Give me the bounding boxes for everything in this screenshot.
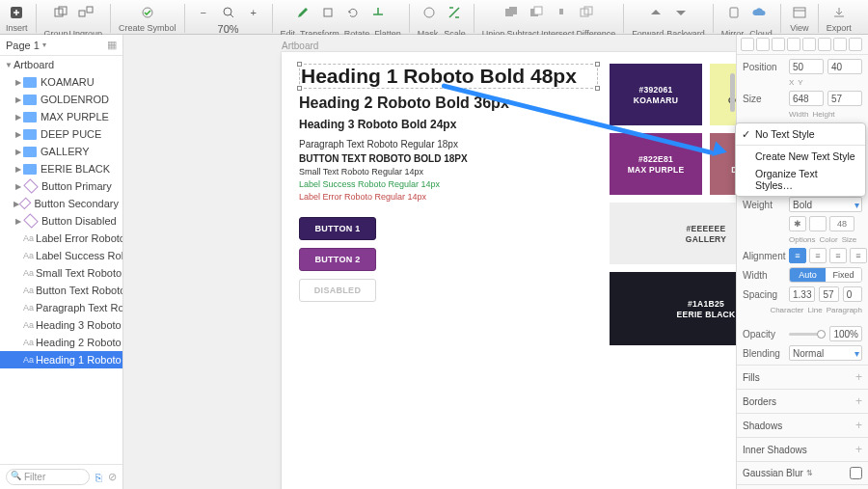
layer-item[interactable]: GOLDENROD: [0, 91, 122, 108]
union-button[interactable]: [501, 3, 522, 22]
swatch[interactable]: #822E81MAX PURPLE: [610, 133, 702, 195]
char-spacing-field[interactable]: 1.33: [789, 286, 815, 302]
ungroup-button[interactable]: [75, 3, 96, 22]
zoom-icon[interactable]: [218, 3, 239, 22]
layer-text-item[interactable]: AaButton Text Roboto…: [0, 282, 122, 299]
cloud-button[interactable]: [748, 3, 770, 22]
width-auto[interactable]: Auto: [790, 268, 826, 282]
layer-item[interactable]: Button Secondary: [0, 195, 122, 212]
layer-text-item[interactable]: AaParagraph Text Ro…: [0, 299, 122, 316]
canvas[interactable]: Artboard Heading 1 Roboto Bold 48px Head…: [123, 35, 737, 489]
layer-text-item[interactable]: AaLabel Error Roboto R: [0, 230, 122, 247]
opacity-field[interactable]: 100%: [829, 326, 862, 341]
filter-lock-icon[interactable]: ⊘: [108, 471, 117, 483]
export-button[interactable]: [828, 3, 850, 22]
layer-item[interactable]: Button Disabled: [0, 212, 122, 230]
button-primary[interactable]: BUTTON 1: [299, 217, 376, 240]
group-button[interactable]: [50, 3, 71, 22]
text-align-left[interactable]: ≡: [789, 248, 806, 263]
layer-text-item[interactable]: AaHeading 1 Roboto…: [0, 351, 122, 368]
insert-button[interactable]: [6, 3, 27, 22]
button-disabled[interactable]: DISABLED: [299, 279, 376, 302]
width-field[interactable]: 648: [789, 91, 824, 106]
intersect-button[interactable]: [551, 3, 572, 22]
layer-text-item[interactable]: AaLabel Success Rob…: [0, 247, 122, 264]
fills-section[interactable]: Fills+: [737, 365, 868, 389]
heading-2[interactable]: Heading 2 Roboto Bold 36px: [299, 95, 598, 112]
forward-button[interactable]: [645, 3, 666, 22]
pages-grid-icon[interactable]: ▦: [107, 39, 117, 51]
filter-toggle-icon[interactable]: ⎘: [95, 472, 102, 483]
difference-button[interactable]: [576, 3, 597, 22]
layer-item[interactable]: KOAMARU: [0, 73, 122, 91]
text-align-right[interactable]: ≡: [829, 248, 847, 263]
scrollbar-thumb[interactable]: [730, 73, 735, 112]
layer-item[interactable]: GALLERY: [0, 143, 122, 160]
layer-item[interactable]: EERIE BLACK: [0, 160, 122, 177]
label-error[interactable]: Label Error Roboto Regular 14px: [299, 192, 598, 202]
shadows-section[interactable]: Shadows+: [737, 413, 868, 437]
gaussian-blur-section[interactable]: Gaussian Blur⇅: [737, 461, 868, 484]
pos-y-field[interactable]: 40: [827, 59, 862, 74]
distribute-v-icon[interactable]: [849, 38, 862, 51]
view-button[interactable]: [789, 3, 810, 22]
layer-text-item[interactable]: AaHeading 2 Roboto…: [0, 334, 122, 351]
text-align-center[interactable]: ≡: [809, 248, 827, 263]
scale-button[interactable]: [444, 3, 465, 22]
menu-organize-text-styles[interactable]: Organize Text Styles…: [736, 165, 865, 194]
align-right-icon[interactable]: [772, 38, 785, 51]
paragraph-text[interactable]: Paragraph Text Roboto Regular 18px: [299, 139, 598, 149]
inner-shadows-section[interactable]: Inner Shadows+: [737, 437, 868, 461]
filter-input[interactable]: Filter: [6, 469, 90, 485]
menu-create-text-style[interactable]: Create New Text Style: [736, 148, 865, 165]
menu-no-text-style[interactable]: No Text Style: [736, 125, 865, 143]
para-spacing-field[interactable]: 0: [843, 286, 862, 302]
pos-x-field[interactable]: 50: [789, 59, 824, 74]
make-exportable[interactable]: Make Exportable+: [737, 484, 868, 489]
page-selector[interactable]: Page 1: [6, 40, 40, 51]
layer-item[interactable]: DEEP PUCE: [0, 125, 122, 143]
text-color-chip[interactable]: [809, 216, 827, 231]
line-spacing-field[interactable]: 57: [819, 286, 838, 302]
mirror-button[interactable]: [723, 3, 745, 22]
width-fixed[interactable]: Fixed: [826, 268, 861, 282]
align-top-icon[interactable]: [787, 38, 800, 51]
button-text-label[interactable]: BUTTON TEXT ROBOTO BOLD 18PX: [299, 153, 598, 164]
align-left-icon[interactable]: [741, 38, 754, 51]
heading-3[interactable]: Heading 3 Roboto Bold 24px: [299, 118, 598, 131]
artboard[interactable]: Heading 1 Roboto Bold 48px Heading 2 Rob…: [282, 52, 737, 489]
layer-item[interactable]: MAX PURPLE: [0, 108, 122, 125]
blending-select[interactable]: Normal▾: [789, 345, 862, 361]
small-text[interactable]: Small Text Roboto Regular 14px: [299, 167, 598, 177]
subtract-button[interactable]: [526, 3, 547, 22]
transform-button[interactable]: [317, 3, 339, 22]
heading-1[interactable]: Heading 1 Roboto Bold 48px: [299, 64, 598, 89]
zoom-in-button[interactable]: +: [243, 3, 264, 22]
swatch[interactable]: #392061KOAMARU: [610, 64, 702, 125]
rotate-button[interactable]: [342, 3, 364, 22]
align-bottom-icon[interactable]: [818, 38, 831, 51]
mask-button[interactable]: [419, 3, 440, 22]
backward-button[interactable]: [670, 3, 692, 22]
borders-section[interactable]: Borders+: [737, 389, 868, 413]
label-success[interactable]: Label Success Roboto Regular 14px: [299, 179, 598, 189]
layer-artboard[interactable]: Artboard: [0, 56, 122, 73]
font-size-field[interactable]: 48: [829, 216, 854, 231]
blur-checkbox[interactable]: [850, 467, 862, 479]
height-field[interactable]: 57: [827, 91, 862, 106]
layer-item[interactable]: Button Primary: [0, 177, 122, 195]
create-symbol-button[interactable]: [137, 3, 158, 22]
swatch[interactable]: #1A1B25EERIE BLACK: [610, 272, 737, 345]
swatch[interactable]: #AA6373DEEP PUCE: [710, 133, 737, 195]
layer-text-item[interactable]: AaSmall Text Roboto…: [0, 264, 122, 282]
opacity-slider[interactable]: [789, 333, 826, 336]
weight-select[interactable]: Bold▾: [789, 197, 862, 212]
zoom-out-button[interactable]: −: [193, 3, 214, 22]
edit-button[interactable]: [292, 3, 313, 22]
align-vcenter-icon[interactable]: [802, 38, 816, 51]
button-secondary[interactable]: BUTTON 2: [299, 248, 376, 271]
layer-text-item[interactable]: AaHeading 3 Roboto…: [0, 316, 122, 334]
artboard-label[interactable]: Artboard: [282, 41, 318, 51]
text-align-justify[interactable]: ≡: [850, 248, 867, 263]
distribute-h-icon[interactable]: [833, 38, 847, 51]
